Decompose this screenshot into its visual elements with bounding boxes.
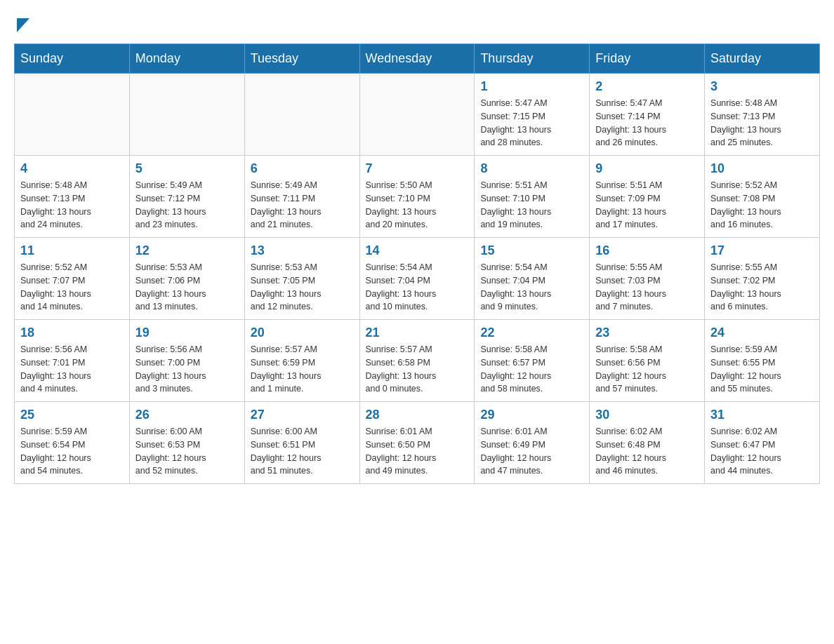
day-info: Sunrise: 5:48 AMSunset: 7:13 PMDaylight:… (20, 179, 124, 232)
calendar-week-row: 4Sunrise: 5:48 AMSunset: 7:13 PMDaylight… (15, 156, 820, 238)
day-info: Sunrise: 6:02 AMSunset: 6:48 PMDaylight:… (595, 425, 699, 478)
weekday-header-friday: Friday (590, 44, 705, 74)
day-info: Sunrise: 5:53 AMSunset: 7:05 PMDaylight:… (251, 261, 354, 314)
day-number: 1 (480, 79, 583, 94)
day-info: Sunrise: 5:53 AMSunset: 7:06 PMDaylight:… (135, 261, 239, 314)
day-number: 28 (366, 408, 469, 422)
calendar-cell: 5Sunrise: 5:49 AMSunset: 7:12 PMDaylight… (129, 156, 244, 238)
calendar-cell: 16Sunrise: 5:55 AMSunset: 7:03 PMDayligh… (590, 238, 705, 320)
day-info: Sunrise: 5:59 AMSunset: 6:54 PMDaylight:… (20, 425, 124, 478)
day-number: 5 (135, 161, 239, 176)
calendar-table: SundayMondayTuesdayWednesdayThursdayFrid… (14, 43, 820, 484)
day-info: Sunrise: 6:01 AMSunset: 6:50 PMDaylight:… (366, 425, 469, 478)
calendar-cell: 31Sunrise: 6:02 AMSunset: 6:47 PMDayligh… (705, 402, 820, 484)
calendar-cell: 8Sunrise: 5:51 AMSunset: 7:10 PMDaylight… (475, 156, 590, 238)
day-number: 3 (710, 79, 814, 94)
logo-arrow-icon (15, 14, 29, 32)
calendar-cell (129, 74, 244, 156)
calendar-cell (244, 74, 359, 156)
day-info: Sunrise: 5:52 AMSunset: 7:08 PMDaylight:… (710, 179, 814, 232)
day-info: Sunrise: 5:59 AMSunset: 6:55 PMDaylight:… (710, 343, 814, 396)
day-info: Sunrise: 5:58 AMSunset: 6:56 PMDaylight:… (595, 343, 699, 396)
day-number: 6 (251, 161, 354, 176)
day-number: 21 (366, 326, 469, 340)
calendar-cell: 25Sunrise: 5:59 AMSunset: 6:54 PMDayligh… (15, 402, 130, 484)
day-info: Sunrise: 5:55 AMSunset: 7:03 PMDaylight:… (595, 261, 699, 314)
day-number: 13 (251, 243, 354, 258)
day-info: Sunrise: 5:47 AMSunset: 7:15 PMDaylight:… (480, 97, 583, 149)
calendar-week-row: 25Sunrise: 5:59 AMSunset: 6:54 PMDayligh… (15, 402, 820, 484)
day-info: Sunrise: 5:47 AMSunset: 7:14 PMDaylight:… (595, 97, 699, 149)
calendar-cell: 10Sunrise: 5:52 AMSunset: 7:08 PMDayligh… (705, 156, 820, 238)
day-number: 8 (480, 161, 583, 176)
day-info: Sunrise: 6:01 AMSunset: 6:49 PMDaylight:… (480, 425, 583, 478)
day-number: 25 (20, 408, 124, 422)
day-number: 7 (366, 161, 469, 176)
weekday-header-thursday: Thursday (475, 44, 590, 74)
day-info: Sunrise: 5:54 AMSunset: 7:04 PMDaylight:… (366, 261, 469, 314)
calendar-cell: 24Sunrise: 5:59 AMSunset: 6:55 PMDayligh… (705, 320, 820, 402)
day-number: 29 (480, 408, 583, 422)
page-header (14, 14, 820, 29)
calendar-cell: 17Sunrise: 5:55 AMSunset: 7:02 PMDayligh… (705, 238, 820, 320)
weekday-header-sunday: Sunday (15, 44, 130, 74)
day-info: Sunrise: 5:52 AMSunset: 7:07 PMDaylight:… (20, 261, 124, 314)
day-number: 23 (595, 326, 699, 340)
calendar-cell: 22Sunrise: 5:58 AMSunset: 6:57 PMDayligh… (475, 320, 590, 402)
calendar-cell: 6Sunrise: 5:49 AMSunset: 7:11 PMDaylight… (244, 156, 359, 238)
day-info: Sunrise: 5:57 AMSunset: 6:59 PMDaylight:… (251, 343, 354, 396)
day-info: Sunrise: 5:57 AMSunset: 6:58 PMDaylight:… (366, 343, 469, 396)
day-number: 2 (595, 79, 699, 94)
day-info: Sunrise: 6:00 AMSunset: 6:51 PMDaylight:… (251, 425, 354, 478)
day-number: 27 (251, 408, 354, 422)
calendar-cell: 1Sunrise: 5:47 AMSunset: 7:15 PMDaylight… (475, 74, 590, 156)
calendar-cell: 3Sunrise: 5:48 AMSunset: 7:13 PMDaylight… (705, 74, 820, 156)
day-info: Sunrise: 5:49 AMSunset: 7:11 PMDaylight:… (251, 179, 354, 232)
day-number: 14 (366, 243, 469, 258)
day-info: Sunrise: 5:56 AMSunset: 7:00 PMDaylight:… (135, 343, 239, 396)
day-number: 31 (710, 408, 814, 422)
calendar-cell: 12Sunrise: 5:53 AMSunset: 7:06 PMDayligh… (129, 238, 244, 320)
day-info: Sunrise: 5:51 AMSunset: 7:09 PMDaylight:… (595, 179, 699, 232)
calendar-cell: 23Sunrise: 5:58 AMSunset: 6:56 PMDayligh… (590, 320, 705, 402)
day-info: Sunrise: 6:02 AMSunset: 6:47 PMDaylight:… (710, 425, 814, 478)
calendar-cell: 13Sunrise: 5:53 AMSunset: 7:05 PMDayligh… (244, 238, 359, 320)
calendar-cell: 29Sunrise: 6:01 AMSunset: 6:49 PMDayligh… (475, 402, 590, 484)
calendar-cell: 28Sunrise: 6:01 AMSunset: 6:50 PMDayligh… (359, 402, 475, 484)
day-info: Sunrise: 5:50 AMSunset: 7:10 PMDaylight:… (366, 179, 469, 232)
day-number: 19 (135, 326, 239, 340)
day-number: 20 (251, 326, 354, 340)
day-number: 17 (710, 243, 814, 258)
day-number: 15 (480, 243, 583, 258)
day-number: 30 (595, 408, 699, 422)
day-info: Sunrise: 6:00 AMSunset: 6:53 PMDaylight:… (135, 425, 239, 478)
calendar-week-row: 18Sunrise: 5:56 AMSunset: 7:01 PMDayligh… (15, 320, 820, 402)
day-number: 22 (480, 326, 583, 340)
calendar-cell: 20Sunrise: 5:57 AMSunset: 6:59 PMDayligh… (244, 320, 359, 402)
day-info: Sunrise: 5:58 AMSunset: 6:57 PMDaylight:… (480, 343, 583, 396)
svg-marker-0 (17, 18, 29, 32)
day-info: Sunrise: 5:54 AMSunset: 7:04 PMDaylight:… (480, 261, 583, 314)
logo (14, 14, 29, 29)
calendar-cell: 18Sunrise: 5:56 AMSunset: 7:01 PMDayligh… (15, 320, 130, 402)
day-number: 26 (135, 408, 239, 422)
weekday-header-saturday: Saturday (705, 44, 820, 74)
day-number: 10 (710, 161, 814, 176)
day-number: 9 (595, 161, 699, 176)
day-info: Sunrise: 5:48 AMSunset: 7:13 PMDaylight:… (710, 97, 814, 149)
day-number: 11 (20, 243, 124, 258)
day-info: Sunrise: 5:51 AMSunset: 7:10 PMDaylight:… (480, 179, 583, 232)
calendar-cell: 27Sunrise: 6:00 AMSunset: 6:51 PMDayligh… (244, 402, 359, 484)
calendar-cell: 21Sunrise: 5:57 AMSunset: 6:58 PMDayligh… (359, 320, 475, 402)
calendar-cell: 4Sunrise: 5:48 AMSunset: 7:13 PMDaylight… (15, 156, 130, 238)
calendar-cell: 15Sunrise: 5:54 AMSunset: 7:04 PMDayligh… (475, 238, 590, 320)
day-info: Sunrise: 5:55 AMSunset: 7:02 PMDaylight:… (710, 261, 814, 314)
weekday-header-wednesday: Wednesday (359, 44, 475, 74)
calendar-cell: 11Sunrise: 5:52 AMSunset: 7:07 PMDayligh… (15, 238, 130, 320)
day-number: 16 (595, 243, 699, 258)
day-number: 12 (135, 243, 239, 258)
calendar-cell: 30Sunrise: 6:02 AMSunset: 6:48 PMDayligh… (590, 402, 705, 484)
calendar-header-row: SundayMondayTuesdayWednesdayThursdayFrid… (15, 44, 820, 74)
day-info: Sunrise: 5:56 AMSunset: 7:01 PMDaylight:… (20, 343, 124, 396)
calendar-week-row: 1Sunrise: 5:47 AMSunset: 7:15 PMDaylight… (15, 74, 820, 156)
